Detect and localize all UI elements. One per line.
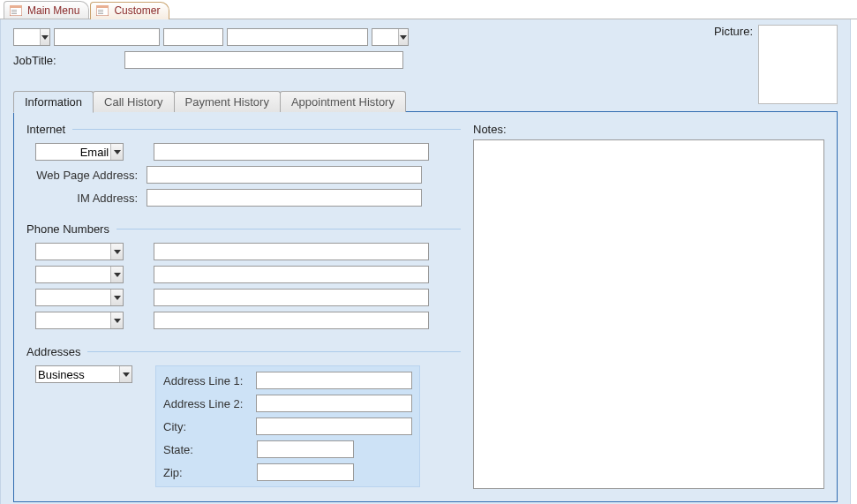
addr-city-label: City: bbox=[163, 420, 251, 433]
notes-textarea[interactable] bbox=[473, 139, 824, 489]
first-name-input[interactable] bbox=[54, 28, 160, 46]
divider bbox=[117, 229, 461, 229]
internet-group: Internet Web Page bbox=[26, 123, 461, 214]
email-type-combo[interactable] bbox=[35, 143, 124, 161]
addr-city-input[interactable] bbox=[256, 417, 412, 435]
form-icon bbox=[96, 5, 109, 16]
details-tab-control: Information Call History Payment History… bbox=[13, 90, 838, 502]
tab-page-information: Internet Web Page bbox=[13, 111, 838, 502]
email-type-combo-input[interactable] bbox=[36, 144, 110, 160]
doc-tab-label: Customer bbox=[114, 4, 160, 17]
svg-rect-4 bbox=[11, 13, 17, 14]
internet-group-label: Internet bbox=[26, 123, 65, 136]
addresses-group-label: Addresses bbox=[26, 345, 80, 358]
addr-zip-label: Zip: bbox=[163, 466, 252, 479]
addr-line2-label: Address Line 2: bbox=[163, 397, 251, 410]
addr-state-input[interactable] bbox=[257, 440, 354, 458]
addr-line2-input[interactable] bbox=[256, 395, 412, 412]
title-combo-input[interactable] bbox=[14, 29, 40, 45]
chevron-down-icon[interactable] bbox=[398, 29, 408, 45]
doc-tab-main-menu[interactable]: Main Menu bbox=[4, 1, 89, 19]
notes-label: Notes: bbox=[473, 123, 824, 136]
addresses-group: Addresses Address Line 1: Address Line 2… bbox=[26, 345, 461, 489]
chevron-down-icon[interactable] bbox=[110, 312, 123, 328]
phone-type-combo[interactable] bbox=[35, 266, 124, 283]
jobtitle-label: JobTitle: bbox=[13, 54, 121, 67]
im-label: IM Address: bbox=[35, 192, 141, 205]
svg-rect-1 bbox=[10, 5, 22, 8]
addr-zip-input[interactable] bbox=[257, 463, 354, 481]
last-name-input[interactable] bbox=[227, 28, 368, 46]
notes-area: Notes: bbox=[473, 123, 824, 489]
svg-rect-9 bbox=[98, 13, 103, 14]
address-panel: Address Line 1: Address Line 2: City: St… bbox=[155, 365, 420, 487]
chevron-down-icon[interactable] bbox=[110, 144, 123, 160]
tab-appointment-history[interactable]: Appointment History bbox=[280, 91, 406, 112]
phone-number-input[interactable] bbox=[154, 312, 429, 329]
chevron-down-icon[interactable] bbox=[40, 29, 49, 45]
form-icon bbox=[10, 5, 22, 16]
customer-form: Picture: JobTitle: bbox=[0, 19, 851, 504]
phone-type-combo[interactable] bbox=[35, 289, 124, 306]
svg-rect-2 bbox=[11, 10, 17, 11]
address-type-combo[interactable] bbox=[35, 365, 132, 383]
webpage-input[interactable] bbox=[147, 166, 422, 184]
phone-group: Phone Numbers bbox=[26, 222, 461, 336]
divider bbox=[72, 129, 461, 130]
doc-tab-customer[interactable]: Customer bbox=[90, 2, 169, 19]
email-input[interactable] bbox=[154, 143, 429, 161]
addr-line1-input[interactable] bbox=[256, 372, 412, 389]
phone-number-input[interactable] bbox=[154, 243, 429, 260]
tab-call-history[interactable]: Call History bbox=[93, 91, 174, 112]
suffix-combo[interactable] bbox=[372, 28, 409, 46]
phone-type-combo[interactable] bbox=[35, 243, 124, 260]
tab-payment-history[interactable]: Payment History bbox=[174, 91, 281, 112]
divider bbox=[87, 351, 461, 352]
document-tab-bar: Main Menu Customer bbox=[0, 0, 857, 19]
svg-rect-8 bbox=[98, 11, 103, 12]
picture-label: Picture: bbox=[714, 25, 753, 38]
phone-type-combo[interactable] bbox=[35, 312, 124, 329]
doc-tab-label: Main Menu bbox=[27, 4, 79, 17]
middle-name-input[interactable] bbox=[163, 28, 223, 46]
address-type-combo-input[interactable] bbox=[36, 366, 119, 382]
webpage-label: Web Page Address: bbox=[35, 169, 141, 182]
addr-line1-label: Address Line 1: bbox=[163, 374, 251, 387]
im-input[interactable] bbox=[147, 189, 422, 207]
phone-group-label: Phone Numbers bbox=[26, 222, 109, 236]
svg-rect-3 bbox=[11, 11, 17, 12]
chevron-down-icon[interactable] bbox=[119, 366, 132, 382]
jobtitle-input[interactable] bbox=[124, 51, 403, 69]
phone-number-input[interactable] bbox=[154, 289, 429, 306]
addr-state-label: State: bbox=[163, 443, 252, 456]
title-combo[interactable] bbox=[13, 28, 50, 46]
chevron-down-icon[interactable] bbox=[110, 267, 123, 282]
chevron-down-icon[interactable] bbox=[110, 244, 123, 260]
svg-rect-6 bbox=[96, 5, 109, 8]
chevron-down-icon[interactable] bbox=[110, 290, 123, 305]
svg-rect-7 bbox=[98, 10, 103, 11]
suffix-combo-input[interactable] bbox=[372, 29, 398, 45]
phone-number-input[interactable] bbox=[154, 266, 429, 283]
tab-information[interactable]: Information bbox=[13, 91, 94, 113]
